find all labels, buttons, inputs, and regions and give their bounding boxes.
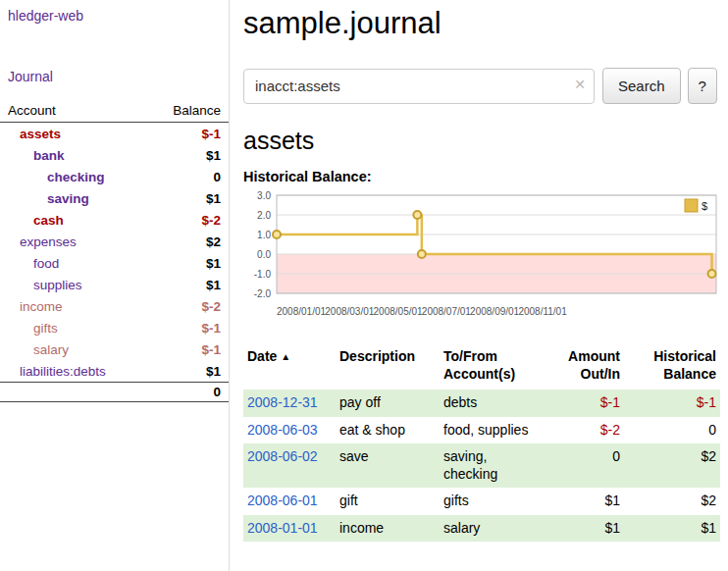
balance-column-header: Historical Balance: [624, 346, 720, 389]
clear-search-icon[interactable]: ✕: [574, 78, 586, 91]
date-link[interactable]: 2008-06-02: [247, 448, 318, 464]
balance-cell: 0: [624, 417, 720, 444]
main-content: sample.journal ✕ Search ? assets Histori…: [230, 0, 728, 571]
accounts-cell: gifts: [440, 488, 538, 515]
register-table: Date ▲ Description To/From Account(s) Am…: [243, 346, 720, 542]
balance-cell: $-2: [146, 295, 229, 317]
search-input[interactable]: [243, 69, 595, 104]
register-row: 2008-06-01 gift gifts $1 $2: [243, 488, 720, 515]
balance-cell: $-1: [146, 338, 229, 360]
svg-text:2008/01/01: 2008/01/01: [277, 306, 326, 317]
account-row: supplies $1: [0, 274, 229, 295]
account-row: liabilities:debts $1: [0, 360, 229, 383]
account-row: salary $-1: [0, 338, 229, 360]
svg-text:2008/09/01: 2008/09/01: [470, 306, 519, 317]
account-link-saving[interactable]: saving: [47, 191, 89, 206]
legend-swatch: [685, 199, 698, 212]
help-button[interactable]: ?: [688, 68, 717, 104]
account-row: food $1: [0, 252, 229, 274]
amount-cell: $-1: [538, 389, 624, 417]
account-row: cash $-2: [0, 209, 229, 231]
amount-column-header: Amount Out/In: [538, 346, 624, 389]
description-cell: gift: [336, 488, 440, 515]
balance-cell: $1: [146, 187, 229, 209]
account-row: gifts $-1: [0, 317, 229, 338]
svg-text:2008/05/01: 2008/05/01: [374, 306, 423, 317]
svg-text:-2.0: -2.0: [254, 288, 272, 299]
account-link-supplies[interactable]: supplies: [33, 278, 82, 292]
balance-cell: $1: [624, 515, 720, 543]
accounts-cell: food, supplies: [440, 417, 538, 444]
account-link-food[interactable]: food: [33, 256, 59, 271]
accounts-column-header: To/From Account(s): [440, 346, 538, 389]
account-link-salary[interactable]: salary: [33, 342, 69, 357]
date-link[interactable]: 2008-01-01: [247, 520, 318, 536]
account-link-bank[interactable]: bank: [33, 148, 65, 163]
account-link-gifts[interactable]: gifts: [33, 321, 58, 336]
search-form: ✕ Search ?: [243, 68, 720, 104]
account-column-header: Account: [0, 100, 146, 123]
account-table-header: Account Balance: [0, 100, 229, 123]
svg-text:2008/11/01: 2008/11/01: [518, 306, 567, 317]
date-link[interactable]: 2008-06-03: [247, 422, 318, 438]
account-link-liabilities-debts[interactable]: liabilities:debts: [20, 364, 106, 379]
register-row: 2008-01-01 income salary $1 $1: [243, 515, 720, 543]
page-title: sample.journal: [243, 6, 720, 41]
date-link[interactable]: 2008-06-01: [247, 493, 318, 508]
sidebar: hledger-web Journal Account Balance asse…: [0, 0, 230, 571]
date-link[interactable]: 2008-12-31: [247, 394, 318, 410]
account-link-cash[interactable]: cash: [33, 213, 64, 228]
description-cell: income: [336, 515, 440, 543]
account-link-assets[interactable]: assets: [20, 127, 61, 141]
svg-text:3.0: 3.0: [257, 190, 271, 201]
register-row: 2008-06-02 save saving, checking 0 $2: [243, 443, 720, 488]
balance-cell: $1: [146, 144, 229, 166]
balance-cell: 0: [146, 166, 229, 187]
balance-cell: $-1: [146, 123, 229, 145]
accounts-cell: saving, checking: [440, 443, 538, 488]
description-cell: save: [336, 443, 440, 488]
balance-cell: $-1: [624, 389, 720, 417]
svg-text:1.0: 1.0: [257, 230, 271, 240]
journal-link[interactable]: Journal: [8, 69, 53, 84]
accounts-cell: salary: [440, 515, 538, 543]
balance-cell: $-2: [146, 209, 229, 231]
account-balance-table: Account Balance assets $-1 bank $1 check…: [0, 100, 229, 402]
balance-cell: $2: [624, 443, 720, 488]
search-button[interactable]: Search: [602, 68, 681, 104]
journal-nav: Journal: [0, 69, 229, 84]
register-row: 2008-12-31 pay off debts $-1 $-1: [243, 389, 720, 417]
sort-by-date-link[interactable]: Date ▲: [247, 348, 290, 364]
chart-title: Historical Balance:: [243, 169, 720, 184]
account-link-expenses[interactable]: expenses: [20, 234, 77, 249]
svg-text:0.0: 0.0: [257, 249, 271, 260]
balance-cell: $2: [146, 231, 229, 252]
account-row: saving $1: [0, 187, 229, 209]
account-link-income[interactable]: income: [20, 299, 63, 314]
amount-cell: $1: [538, 488, 624, 515]
balance-cell: $1: [146, 252, 229, 274]
svg-text:2008/07/01: 2008/07/01: [422, 306, 471, 317]
svg-text:2008/03/01: 2008/03/01: [325, 306, 374, 317]
balance-chart-svg: 3.02.01.00.0-1.0-2.02008/01/012008/03/01…: [243, 189, 720, 321]
svg-text:2.0: 2.0: [257, 210, 271, 221]
account-row: income $-2: [0, 295, 229, 317]
amount-cell: 0: [538, 443, 624, 488]
accounts-cell: debts: [440, 389, 538, 417]
balance-cell: $1: [146, 360, 229, 383]
balance-cell: $1: [146, 274, 229, 295]
sort-asc-icon: ▲: [281, 351, 290, 362]
balance-cell: $-1: [146, 317, 229, 338]
svg-text:-1.0: -1.0: [254, 269, 272, 280]
account-row: checking 0: [0, 166, 229, 187]
account-row: bank $1: [0, 144, 229, 166]
app-title-link[interactable]: hledger-web: [8, 8, 83, 24]
amount-cell: $1: [538, 515, 624, 543]
account-link-checking[interactable]: checking: [47, 170, 105, 184]
total-row: 0: [0, 383, 229, 402]
description-cell: eat & shop: [336, 417, 440, 444]
date-column-header: Date: [247, 348, 277, 364]
app-title: hledger-web: [0, 8, 229, 24]
description-column-header: Description: [336, 346, 440, 389]
amount-cell: $-2: [538, 417, 624, 444]
